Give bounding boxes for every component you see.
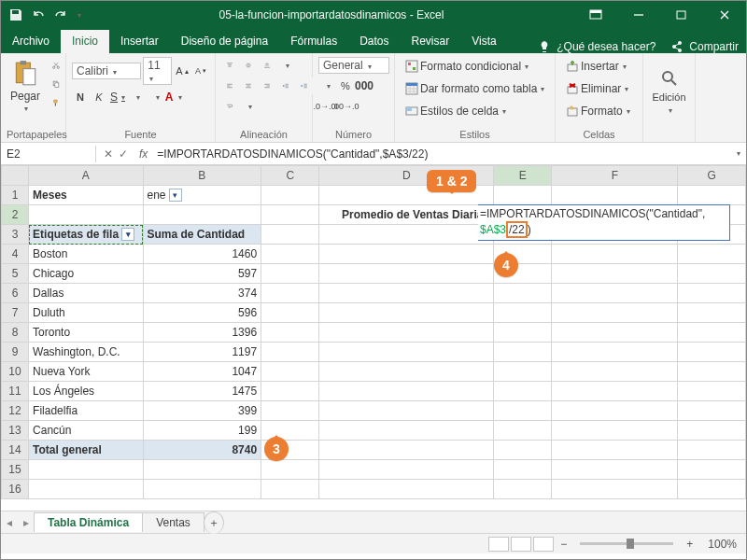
- align-right-button[interactable]: [259, 77, 275, 94]
- worksheet-grid[interactable]: A B C D E F G 1 Meses ene ▾ 2 Promedio d…: [1, 165, 746, 499]
- percent-button[interactable]: %: [337, 77, 354, 94]
- row-header[interactable]: 12: [2, 401, 29, 421]
- enter-formula-icon[interactable]: ✓: [119, 147, 128, 161]
- row-header[interactable]: 14: [2, 441, 29, 460]
- tab-insertar[interactable]: Insertar: [109, 30, 170, 53]
- pivot-filter-value[interactable]: ene ▾: [143, 186, 261, 205]
- align-left-button[interactable]: [221, 77, 238, 94]
- page-break-view-button[interactable]: [533, 537, 554, 552]
- orientation-button[interactable]: ab▾: [277, 57, 294, 74]
- col-header-f[interactable]: F: [552, 166, 678, 186]
- format-painter-button[interactable]: [48, 94, 64, 111]
- cut-button[interactable]: [48, 57, 64, 74]
- row-header[interactable]: 6: [2, 284, 29, 303]
- cell[interactable]: 1197: [143, 343, 261, 362]
- cell[interactable]: Los Ángeles: [29, 382, 143, 401]
- align-top-button[interactable]: [221, 57, 238, 74]
- expand-formula-icon[interactable]: ▾: [731, 149, 746, 158]
- italic-button[interactable]: K: [91, 89, 107, 105]
- fx-icon[interactable]: fx: [135, 147, 151, 161]
- fill-color-button[interactable]: ▾: [147, 89, 163, 105]
- wrap-text-button[interactable]: [221, 98, 238, 115]
- zoom-in-button[interactable]: +: [681, 538, 698, 551]
- row-dropdown-icon[interactable]: ▾: [121, 228, 134, 241]
- formula-input[interactable]: =IMPORTARDATOSDINAMICOS("Cantidad",$A$3/…: [151, 146, 729, 162]
- grand-total-label[interactable]: Total general: [29, 441, 143, 460]
- zoom-slider[interactable]: [580, 542, 673, 545]
- col-header-e[interactable]: E: [494, 166, 552, 186]
- cell[interactable]: Cancún: [29, 421, 143, 441]
- save-icon[interactable]: [8, 7, 23, 22]
- zoom-out-button[interactable]: −: [555, 538, 572, 551]
- col-header-a[interactable]: A: [29, 166, 143, 186]
- row-header[interactable]: 11: [2, 382, 29, 401]
- cell-styles-button[interactable]: Estilos de celda▾: [401, 102, 511, 120]
- sheet-nav-next[interactable]: ▸: [18, 516, 35, 529]
- cell[interactable]: Toronto: [29, 323, 143, 343]
- new-sheet-button[interactable]: ＋: [204, 511, 224, 534]
- ribbon-options-icon[interactable]: [574, 1, 617, 29]
- pivot-row-header[interactable]: Etiquetas de fila ▾: [29, 225, 143, 245]
- tab-diseno[interactable]: Diseño de página: [170, 30, 279, 53]
- cell[interactable]: Boston: [29, 245, 143, 264]
- grow-font-button[interactable]: A▴: [174, 63, 190, 79]
- qat-more-icon[interactable]: ▾: [78, 11, 81, 20]
- cell[interactable]: Washington, D.C.: [29, 343, 143, 362]
- undo-icon[interactable]: [31, 7, 46, 22]
- page-layout-view-button[interactable]: [511, 537, 531, 552]
- col-header-c[interactable]: C: [261, 166, 319, 186]
- bold-button[interactable]: N: [72, 89, 89, 105]
- row-header[interactable]: 8: [2, 323, 29, 343]
- grand-total-value[interactable]: 8740: [143, 441, 261, 460]
- cell[interactable]: 199: [143, 421, 261, 441]
- conditional-format-button[interactable]: Formato condicional▾: [401, 57, 533, 76]
- row-header[interactable]: 10: [2, 362, 29, 382]
- filter-dropdown-icon[interactable]: ▾: [169, 189, 182, 202]
- col-header-g[interactable]: G: [678, 166, 746, 186]
- row-header[interactable]: 5: [2, 264, 29, 284]
- tab-revisar[interactable]: Revisar: [401, 30, 461, 53]
- minimize-button[interactable]: [617, 1, 660, 29]
- insert-cells-button[interactable]: Insertar▾: [561, 57, 631, 76]
- size-combo[interactable]: 11 ▾: [143, 57, 172, 85]
- restore-button[interactable]: [660, 1, 703, 29]
- number-format-combo[interactable]: General ▾: [318, 57, 389, 74]
- cancel-formula-icon[interactable]: ✕: [104, 147, 113, 161]
- sheet-nav-prev[interactable]: ◂: [1, 516, 18, 529]
- worksheet-area[interactable]: A B C D E F G 1 Meses ene ▾ 2 Promedio d…: [1, 165, 746, 511]
- name-box[interactable]: E2: [1, 146, 96, 162]
- cell[interactable]: Meses: [29, 186, 143, 205]
- row-header[interactable]: 16: [2, 480, 29, 499]
- active-cell[interactable]: [494, 205, 552, 225]
- shrink-font-button[interactable]: A▾: [192, 63, 209, 79]
- cell[interactable]: 596: [143, 303, 261, 323]
- tab-inicio[interactable]: Inicio: [61, 30, 109, 53]
- row-header[interactable]: 3: [2, 225, 29, 245]
- font-combo[interactable]: Calibri ▾: [72, 63, 141, 79]
- tab-datos[interactable]: Datos: [348, 30, 400, 53]
- borders-button[interactable]: ▾: [128, 89, 145, 105]
- cell[interactable]: 399: [143, 401, 261, 421]
- normal-view-button[interactable]: [488, 537, 509, 552]
- row-header[interactable]: 4: [2, 245, 29, 264]
- row-header[interactable]: 1: [2, 186, 29, 205]
- row-header[interactable]: 7: [2, 303, 29, 323]
- format-as-table-button[interactable]: Dar formato como tabla▾: [401, 79, 549, 98]
- accounting-button[interactable]: $▾: [318, 77, 335, 94]
- tab-formulas[interactable]: Fórmulas: [279, 30, 348, 53]
- cell[interactable]: Dallas: [29, 284, 143, 303]
- cell[interactable]: 1396: [143, 323, 261, 343]
- cell[interactable]: 1475: [143, 382, 261, 401]
- paste-button[interactable]: Pegar ▾: [7, 57, 44, 127]
- align-center-button[interactable]: [240, 77, 257, 94]
- redo-icon[interactable]: [53, 7, 68, 22]
- cell[interactable]: Nueva York: [29, 362, 143, 382]
- align-bottom-button[interactable]: [259, 57, 275, 74]
- tab-vista[interactable]: Vista: [460, 30, 507, 53]
- tab-archivo[interactable]: Archivo: [1, 30, 61, 53]
- row-header[interactable]: 13: [2, 421, 29, 441]
- row-header[interactable]: 9: [2, 343, 29, 362]
- increase-indent-button[interactable]: [296, 77, 313, 94]
- pivot-data-header[interactable]: Suma de Cantidad: [143, 225, 261, 245]
- cell[interactable]: 374: [143, 284, 261, 303]
